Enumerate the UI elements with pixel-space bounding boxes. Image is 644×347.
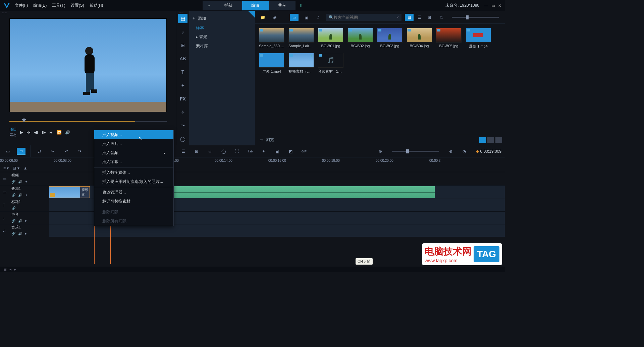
zoom-in-icon[interactable]: ⊕ bbox=[446, 148, 455, 155]
motion-tab-icon[interactable]: ✧ bbox=[178, 108, 187, 117]
filter-image-icon[interactable]: ▣ bbox=[302, 14, 311, 21]
tree-sample[interactable]: 样本 bbox=[189, 23, 255, 32]
transitions-tab-icon[interactable]: ⊞ bbox=[178, 41, 187, 50]
library-item[interactable]: Sample_360.m... bbox=[259, 28, 284, 49]
filter-video-icon[interactable]: ▭ bbox=[290, 14, 299, 21]
tree-library[interactable]: 素材库 bbox=[189, 42, 255, 51]
library-item[interactable]: BG-B01.jpg bbox=[318, 28, 343, 49]
goto-end-button[interactable]: ⏭ bbox=[49, 130, 53, 135]
tool-6-icon[interactable]: ◯ bbox=[219, 148, 228, 155]
graphics-tab-icon[interactable]: ✦ bbox=[178, 81, 187, 90]
tool-10-icon[interactable]: ◩ bbox=[286, 148, 295, 155]
browse-bar[interactable]: ▭ 浏览 bbox=[255, 134, 505, 145]
tool-5-icon[interactable]: ※ bbox=[206, 148, 214, 155]
tab-capture[interactable]: 捕获 bbox=[215, 1, 242, 10]
text-tab-icon[interactable]: T bbox=[178, 67, 187, 77]
link-icon[interactable]: 🔗 bbox=[11, 206, 15, 210]
home-button[interactable]: ⌂ bbox=[203, 1, 215, 10]
tool-4-icon[interactable]: ⊞ bbox=[192, 148, 201, 155]
menu-file[interactable]: 文件(F) bbox=[15, 3, 28, 8]
mode-clip-label[interactable]: 素材 bbox=[9, 132, 17, 137]
context-menu-item[interactable]: 插入字幕... bbox=[94, 157, 173, 166]
library-item[interactable]: BG-B05.jpg bbox=[436, 28, 462, 49]
video-preview[interactable] bbox=[9, 18, 167, 112]
context-menu-item[interactable]: 插入照片... bbox=[94, 139, 173, 148]
thumb-size-slider[interactable] bbox=[452, 17, 499, 18]
tab-share[interactable]: 共享 bbox=[269, 1, 296, 10]
sort-icon[interactable]: ⇅ bbox=[437, 14, 446, 21]
timeline-mode-icon[interactable]: ▭ bbox=[17, 148, 25, 155]
view-list-icon[interactable]: ☰ bbox=[415, 14, 424, 21]
next-frame-button[interactable]: ▮▸ bbox=[42, 130, 46, 135]
tool-gif-icon[interactable]: GIF bbox=[300, 148, 308, 155]
panel-grip[interactable]: :::::::: bbox=[0, 11, 176, 15]
titles-tab-icon[interactable]: AB bbox=[178, 54, 187, 63]
add-track-button[interactable]: ▲ bbox=[23, 166, 28, 170]
capture-icon[interactable]: ◉ bbox=[270, 14, 279, 21]
menu-help[interactable]: 帮助(H) bbox=[90, 3, 103, 8]
library-item[interactable]: BG-B04.jpg bbox=[407, 28, 432, 49]
fx-icon[interactable]: ✦ bbox=[25, 180, 28, 184]
panel-mode-icons[interactable] bbox=[479, 137, 502, 143]
context-menu-item[interactable]: 插入音频▸ bbox=[94, 148, 173, 157]
zoom-out-icon[interactable]: ⊖ bbox=[376, 148, 385, 155]
opt-1[interactable]: ≡ ▾ bbox=[3, 166, 9, 170]
maximize-button[interactable]: ▭ bbox=[491, 3, 495, 8]
prev-frame-button[interactable]: ◂▮ bbox=[34, 130, 38, 135]
import-folder-icon[interactable]: 📁 bbox=[258, 14, 267, 21]
menu-tools[interactable]: 工具(T) bbox=[52, 3, 65, 8]
library-search[interactable]: 🔍 × bbox=[326, 14, 401, 21]
tool-9-icon[interactable]: ▣ bbox=[273, 148, 281, 155]
expand-icon[interactable]: ▾ bbox=[25, 232, 26, 235]
fx-icon[interactable]: ✦ bbox=[25, 193, 28, 197]
swap-icon[interactable]: ⇄ bbox=[35, 148, 44, 155]
library-item[interactable]: ✔视频素材（总）... bbox=[288, 53, 314, 74]
redo-icon[interactable]: ↷ bbox=[75, 148, 84, 155]
add-media-button[interactable]: + 添加 bbox=[189, 14, 255, 23]
context-menu-item[interactable]: 轨道管理器... bbox=[94, 188, 173, 197]
menu-edit[interactable]: 编辑(E) bbox=[33, 3, 47, 8]
context-menu-item[interactable]: 插入视频... bbox=[94, 130, 173, 139]
clear-search-icon[interactable]: × bbox=[396, 15, 399, 20]
context-menu-item[interactable]: 标记可替换素材 bbox=[94, 197, 173, 206]
audio-waveform[interactable] bbox=[173, 186, 435, 198]
upload-icon[interactable]: ⬆ bbox=[299, 3, 303, 8]
scroll-right-icon[interactable]: ▸ bbox=[14, 267, 16, 272]
play-button[interactable]: ▶ bbox=[20, 130, 23, 135]
view-thumb-icon[interactable]: ⊞ bbox=[425, 14, 434, 21]
link-icon[interactable]: 🔗 bbox=[11, 180, 15, 184]
scroll-left-icon[interactable]: ◂ bbox=[9, 267, 11, 272]
search-input[interactable] bbox=[334, 15, 396, 20]
fx-tab-icon[interactable]: FX bbox=[178, 94, 187, 103]
tool-t3d-icon[interactable]: T₃ᴅ bbox=[246, 148, 255, 155]
goto-start-button[interactable]: ⏮ bbox=[26, 130, 31, 135]
minimize-button[interactable]: — bbox=[484, 3, 489, 8]
preview-scrubber[interactable] bbox=[9, 118, 167, 124]
library-item[interactable]: 屏幕 1.mp4 bbox=[259, 53, 284, 74]
fit-icon[interactable]: ◔ bbox=[460, 148, 469, 155]
library-item[interactable]: 音频素材 - 196... bbox=[318, 53, 343, 74]
timeline-clip[interactable]: 视频素 bbox=[49, 186, 90, 198]
mode-project-label[interactable]: 项目 bbox=[9, 127, 17, 132]
loop-button[interactable]: 🔁 bbox=[57, 130, 62, 135]
tab-edit[interactable]: 编辑 bbox=[242, 1, 269, 10]
storyboard-mode-icon[interactable]: ▭ bbox=[3, 148, 12, 155]
tool-7-icon[interactable]: ⛶ bbox=[232, 148, 241, 155]
library-item[interactable]: BG-B03.jpg bbox=[377, 28, 402, 49]
library-item[interactable]: 屏幕 1.mp4 bbox=[466, 28, 491, 49]
close-button[interactable]: ✕ bbox=[497, 3, 502, 8]
library-item[interactable]: BG-B02.jpg bbox=[347, 28, 373, 49]
tree-background[interactable]: ▸背景 bbox=[189, 32, 255, 42]
undo-icon[interactable]: ↶ bbox=[62, 148, 71, 155]
timeline-ruler[interactable]: 00:00:06:0000:00:08:0000:00:10:0000:00:1… bbox=[0, 157, 505, 164]
panel-grip[interactable]: :::::::: bbox=[176, 11, 183, 15]
view-grid-icon[interactable]: ▦ bbox=[405, 14, 414, 21]
tracking-tab-icon[interactable]: ◯ bbox=[178, 134, 187, 144]
opt-2[interactable]: ⊟ ▾ bbox=[13, 166, 19, 170]
link-icon[interactable]: 🔗 bbox=[11, 219, 15, 223]
mute-icon[interactable]: 🔊 bbox=[18, 180, 22, 184]
context-menu-item[interactable]: 插入数字媒体... bbox=[94, 168, 173, 177]
volume-button[interactable]: 🔊 bbox=[65, 130, 70, 135]
mute-icon[interactable]: 🔊 bbox=[18, 219, 22, 223]
audio-tab-icon[interactable]: ♪ bbox=[178, 27, 187, 37]
